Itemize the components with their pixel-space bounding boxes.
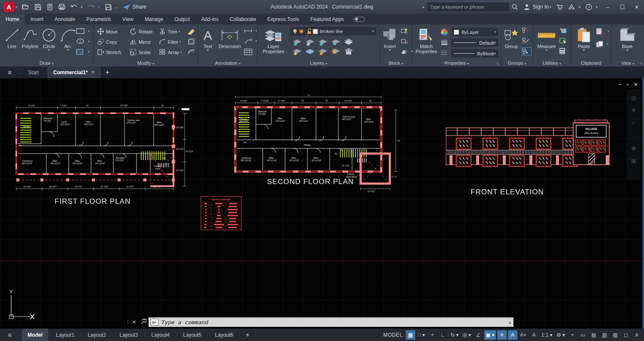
user-icon[interactable] (522, 2, 532, 12)
edit-block-tool[interactable] (401, 38, 410, 44)
plot-sheet-icon[interactable] (45, 2, 55, 12)
layer-tools-row-2[interactable] (292, 48, 358, 55)
new-layout-button[interactable]: + (241, 329, 254, 341)
graphics-performance-button[interactable]: ▥ (600, 330, 609, 340)
redo-caret-icon[interactable]: ▾ (98, 5, 100, 9)
viewport-close-button[interactable]: ✕ (634, 81, 638, 88)
tab-layout5[interactable]: Layout5 (178, 329, 207, 341)
isometric-drafting-toggle[interactable]: ◎ ▾ (461, 330, 472, 340)
panel-label-modify[interactable]: Modify ▾ (94, 60, 198, 66)
stretch-tool[interactable]: Stretch (97, 48, 121, 56)
object-snap-toggle[interactable]: ▣ ▾ (484, 330, 496, 340)
save-as-icon[interactable] (103, 2, 113, 12)
tab-home[interactable]: Home (0, 14, 25, 24)
dimension-tool[interactable]: Dimension (216, 27, 243, 49)
panel-label-properties[interactable]: Properties ▾ ⇘ (412, 60, 501, 66)
color-dropdown[interactable]: ByLayer▾ (452, 28, 498, 36)
customize-wrench-icon[interactable] (141, 319, 146, 326)
tab-featured-apps[interactable]: Featured Apps (305, 14, 349, 24)
ungroup-tool[interactable] (522, 27, 531, 33)
sign-in-label[interactable]: Sign In (533, 4, 549, 10)
autoscale-toggle[interactable]: A+ (519, 330, 528, 340)
fillet-tool[interactable]: Fillet▾ (159, 38, 181, 45)
viewport-minimize-button[interactable]: – (619, 81, 622, 88)
tab-insert[interactable]: Insert (25, 14, 49, 24)
array-tool[interactable]: Array▾ (159, 48, 182, 56)
layer-dropdown[interactable]: broken line▾ (290, 27, 376, 35)
autodesk-logo-icon[interactable] (567, 2, 577, 12)
app-store-cart-icon[interactable] (555, 2, 565, 12)
panel-label-layers[interactable]: Layers ▾ (258, 60, 380, 66)
annotation-monitor-toggle[interactable]: + (568, 330, 577, 340)
mirror-tool[interactable]: Mirror (130, 38, 151, 45)
autocad-logo-icon[interactable]: A (3, 2, 15, 12)
annotation-scale-icon[interactable]: A (529, 330, 539, 340)
layer-properties-button[interactable]: LayerProperties (259, 27, 288, 54)
select-objects-tool[interactable] (559, 37, 568, 44)
help-icon[interactable]: ? (584, 2, 594, 12)
undo-caret-icon[interactable]: ▾ (81, 5, 82, 9)
search-input[interactable]: Type a keyword or phrase (427, 3, 509, 11)
search-expand-caret-icon[interactable]: ▸ (423, 5, 425, 9)
ortho-toggle[interactable]: ∟ (438, 330, 448, 340)
paste-button[interactable]: Paste▼ (574, 27, 594, 51)
tab-layout3[interactable]: Layout3 (114, 329, 143, 341)
move-tool[interactable]: Move (97, 28, 118, 35)
tab-manage[interactable]: Manage (139, 14, 169, 24)
ellipse-tool[interactable]: ▾ (76, 38, 90, 45)
leader-dim-tool[interactable]: ▾ (244, 28, 257, 34)
orbit-icon[interactable]: ◌ (632, 132, 635, 139)
annotation-scale-dropdown[interactable]: 1:1 ▾ (540, 330, 554, 340)
block-attributes-tool[interactable]: ▾ (401, 48, 413, 54)
explode-tool[interactable] (187, 38, 197, 45)
tab-parametric[interactable]: Parametric (81, 14, 117, 24)
sign-in-caret-icon[interactable]: ▾ (550, 5, 551, 9)
table-tool[interactable] (244, 48, 254, 55)
measure-button[interactable]: Measure▼ (535, 27, 558, 51)
clean-screen-warning-icon[interactable]: ▨ (611, 330, 620, 340)
share-label[interactable]: Share (133, 4, 146, 10)
create-block-tool[interactable] (401, 28, 410, 34)
tab-view[interactable]: View (117, 14, 139, 24)
tab-model[interactable]: Model (22, 329, 48, 341)
file-tabs-menu-icon[interactable]: ≡ (0, 66, 20, 78)
isolate-objects-button[interactable]: ▤ (589, 330, 598, 340)
new-drawing-button[interactable]: + (101, 66, 114, 78)
command-recent-icon[interactable]: ▤▾ (150, 319, 159, 326)
vertical-scrollbar[interactable] (642, 78, 644, 329)
steering-icon[interactable]: ◉ (631, 145, 636, 151)
match-properties-button[interactable]: MatchProperties (413, 27, 440, 54)
clean-screen-button[interactable]: ◻ (621, 330, 631, 340)
model-space-badge[interactable]: MODEL (383, 332, 403, 338)
layer-tools-row-1[interactable] (292, 38, 358, 46)
qat-customize-caret-icon[interactable]: ⌄ (115, 5, 118, 9)
command-history-up-icon[interactable]: ▲ (509, 320, 511, 324)
text-tool[interactable]: A Text▼ (199, 27, 216, 51)
erase-tool[interactable] (187, 28, 197, 35)
base-button[interactable]: Base▼ (617, 27, 638, 51)
redo-icon[interactable] (86, 2, 96, 12)
multileader-tool[interactable]: ▾ (244, 38, 257, 44)
cut-tool[interactable]: ▾ (596, 28, 609, 35)
snap-toggle[interactable]: ∷ ▾ (416, 330, 426, 340)
tab-layout1[interactable]: Layout1 (50, 329, 80, 341)
quick-select-tool[interactable] (559, 27, 568, 33)
rectangle-tool[interactable]: ▾ (76, 28, 90, 34)
pan-icon[interactable]: ✥ (631, 107, 636, 114)
group-selection-toggle[interactable] (522, 48, 531, 55)
object-snap-tracking-toggle[interactable]: ∠ (474, 330, 483, 340)
panel-label-annotation[interactable]: Annotation ▾ (198, 60, 257, 66)
layout-menu-icon[interactable]: ≡ (0, 329, 20, 341)
tab-start[interactable]: Start (22, 66, 45, 78)
tab-collaborate[interactable]: Collaborate (224, 14, 261, 24)
navigation-bar[interactable]: ◍ ✥ ⌕ ◌ ◉ ▣ (627, 89, 641, 179)
zoom-icon[interactable]: ⌕ (632, 119, 635, 127)
app-menu-caret-icon[interactable]: ▾ (15, 5, 17, 9)
hatch-tool[interactable]: ▾ (76, 48, 90, 55)
ribbon-display-toggle[interactable] (354, 17, 365, 22)
open-icon[interactable] (21, 2, 31, 12)
tab-addins[interactable]: Add-ins (195, 14, 224, 24)
quick-properties-toggle[interactable]: ▭ (578, 330, 588, 340)
tab-layout4[interactable]: Layout4 (146, 329, 176, 341)
close-button[interactable]: ✕ (629, 0, 644, 14)
